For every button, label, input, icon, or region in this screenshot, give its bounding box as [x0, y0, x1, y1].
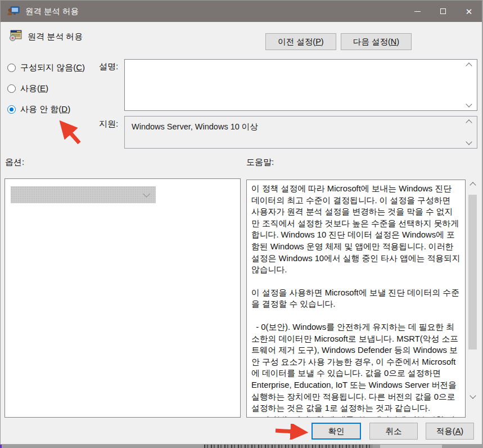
window-controls: ✕	[404, 1, 482, 22]
scrollbar-up-button[interactable]	[468, 180, 477, 189]
scrollbar-thumb[interactable]	[468, 195, 477, 350]
annotation-arrow-ok-button	[272, 424, 316, 440]
help-scrollbar[interactable]	[468, 180, 477, 401]
titlebar[interactable]: 원격 분석 허용 ✕	[1, 1, 482, 22]
radio-not-configured-label: 구성되지 않음(	[20, 62, 76, 72]
background-text-fragments	[204, 444, 373, 448]
close-icon: ✕	[466, 7, 473, 16]
next-setting-label-end: )	[396, 37, 399, 46]
previous-setting-label: 이전 설정(	[278, 37, 315, 46]
radio-disabled-label: 사용 안 함(	[20, 104, 61, 114]
radio-enabled-accesskey: E	[40, 83, 46, 93]
radio-disabled-label-end: )	[67, 104, 70, 114]
maximize-button[interactable]	[430, 1, 456, 22]
radio-not-configured-circle[interactable]	[7, 64, 16, 72]
apply-button-label-end: )	[461, 427, 463, 436]
supported-value: Windows Server, Windows 10 이상	[132, 122, 258, 131]
radio-not-configured-accesskey: C	[76, 62, 82, 72]
supported-label: 지원:	[99, 119, 118, 129]
radio-disabled[interactable]: 사용 안 함(D)	[7, 104, 70, 115]
apply-button[interactable]: 적용(A)	[426, 423, 474, 440]
next-setting-accesskey: N	[391, 37, 396, 46]
policy-title: 원격 분석 허용	[28, 32, 83, 42]
screen: 원격 분석 허용 ✕ 원격 분석 허용 이전 설정(P) 다음 설정(N)	[0, 0, 483, 448]
supported-textbox: Windows Server, Windows 10 이상	[124, 116, 477, 149]
policy-setting-icon	[10, 30, 22, 41]
chevron-down-icon	[470, 392, 476, 398]
options-panel	[4, 178, 241, 418]
next-setting-label: 다음 설정(	[353, 37, 391, 46]
radio-not-configured[interactable]: 구성되지 않음(C)	[7, 62, 85, 73]
minimize-button[interactable]	[404, 1, 430, 22]
radio-enabled[interactable]: 사용(E)	[7, 83, 48, 94]
minimize-icon	[414, 11, 421, 12]
radio-enabled-circle[interactable]	[7, 84, 16, 93]
supported-scroll-up-icon	[466, 119, 472, 126]
comment-label: 설명:	[99, 61, 118, 72]
chevron-up-icon	[470, 182, 476, 188]
maximize-icon	[440, 8, 446, 14]
window-title: 원격 분석 허용	[25, 6, 79, 17]
ok-button[interactable]: 확인	[312, 423, 361, 440]
radio-not-configured-label-end: )	[82, 62, 85, 72]
chevron-down-icon	[143, 190, 150, 198]
cancel-button[interactable]: 취소	[369, 423, 418, 440]
radio-disabled-circle[interactable]	[7, 105, 16, 114]
comment-scroll-down-icon[interactable]	[466, 101, 472, 107]
help-section-label: 도움말:	[246, 157, 274, 168]
help-paragraph: - 0(보안). Windows를 안전하게 유지하는 데 필요한 최소한의 데…	[251, 321, 461, 414]
close-button[interactable]: ✕	[456, 1, 482, 22]
help-text-panel: 이 정책 설정에 따라 Microsoft에 보내는 Windows 진단 데이…	[246, 180, 466, 418]
previous-setting-label-end: )	[321, 37, 324, 46]
help-paragraph: 이 정책 설정에 따라 Microsoft에 보내는 Windows 진단 데이…	[251, 183, 461, 276]
telemetry-level-dropdown-disabled	[11, 186, 156, 203]
help-paragraph: - 1(기본). 값이 0일 때 제공하는 데이터에 기본 장치 정보, 품질	[251, 414, 461, 418]
options-section-label: 옵션:	[5, 157, 24, 168]
help-paragraph: 이 설정을 사용하면 Microsoft에 보낼 진단 데이터의 수준을 결정할…	[251, 287, 461, 310]
previous-setting-button[interactable]: 이전 설정(P)	[265, 33, 336, 50]
apply-button-accesskey: A	[455, 427, 461, 436]
next-setting-button[interactable]: 다음 설정(N)	[341, 33, 412, 50]
scrollbar-down-button[interactable]	[468, 392, 477, 401]
radio-enabled-label-end: )	[46, 83, 48, 93]
radio-disabled-accesskey: D	[61, 104, 67, 114]
supported-scroll-down-icon	[466, 138, 472, 145]
comment-scroll-up-icon[interactable]	[466, 62, 472, 69]
previous-setting-accesskey: P	[315, 37, 321, 46]
background-light-fragment	[380, 445, 442, 448]
annotation-arrow-disabled-radio	[51, 115, 86, 147]
policy-setting-dialog: 원격 분석 허용 ✕ 원격 분석 허용 이전 설정(P) 다음 설정(N)	[0, 0, 482, 445]
apply-button-label: 적용(	[436, 427, 455, 436]
radio-enabled-label: 사용(	[20, 83, 40, 93]
ok-button-label: 확인	[328, 426, 345, 437]
remote-analytics-app-icon	[7, 6, 20, 17]
comment-textbox[interactable]	[124, 59, 477, 111]
cancel-button-label: 취소	[386, 426, 402, 437]
